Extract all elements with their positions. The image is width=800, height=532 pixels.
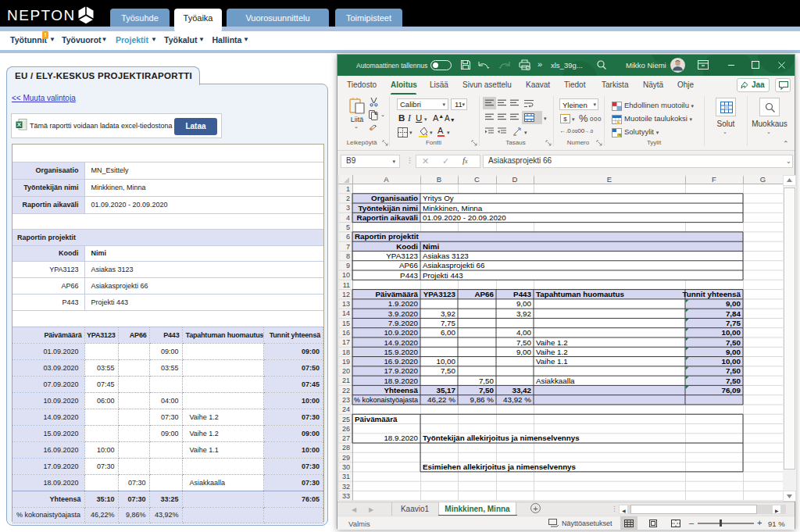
svg-text:10,00: 10,00	[721, 328, 741, 337]
svg-text:Raportin projektit: Raportin projektit	[355, 232, 419, 241]
svg-text:3: 3	[346, 204, 350, 212]
svg-text:31: 31	[342, 473, 350, 480]
svg-text:Yritys Oy: Yritys Oy	[423, 194, 454, 202]
svg-text:7,50: 7,50	[479, 377, 495, 385]
svg-text:12: 12	[342, 291, 350, 298]
svg-text:Esimiehen allekirjoitus ja nim: Esimiehen allekirjoitus ja nimenselvenny…	[423, 462, 577, 471]
svg-text:3,92: 3,92	[441, 309, 455, 318]
svg-text:9: 9	[346, 262, 350, 270]
svg-text:F: F	[712, 175, 716, 184]
svg-text:6: 6	[346, 233, 350, 241]
svg-text:G: G	[760, 175, 766, 184]
svg-text:Asiakasprojekti 66: Asiakasprojekti 66	[423, 261, 485, 270]
svg-text:Työntekijän allekirjoitus ja n: Työntekijän allekirjoitus ja nimenselven…	[423, 434, 580, 442]
svg-text:Tunnit yhteensä: Tunnit yhteensä	[683, 290, 741, 298]
svg-text:7: 7	[346, 243, 350, 251]
svg-text:AP66: AP66	[399, 261, 419, 270]
svg-text:Asiakkaalla: Asiakkaalla	[536, 377, 575, 385]
svg-text:19: 19	[342, 358, 350, 366]
svg-text:01.09.2020 - 20.09.2020: 01.09.2020 - 20.09.2020	[423, 213, 506, 222]
svg-text:18.9.2020: 18.9.2020	[384, 377, 418, 385]
svg-text:3.9.2020: 3.9.2020	[388, 309, 419, 318]
svg-text:29: 29	[342, 454, 350, 462]
svg-text:30: 30	[342, 463, 350, 471]
svg-text:33,42: 33,42	[512, 386, 531, 395]
svg-text:Päivämäärä: Päivämäärä	[355, 415, 398, 423]
svg-text:Vaihe 1.2: Vaihe 1.2	[536, 348, 568, 356]
svg-text:X: X	[17, 121, 22, 128]
svg-text:9,00: 9,00	[726, 299, 741, 308]
svg-text:21: 21	[342, 377, 350, 384]
svg-text:7,50: 7,50	[726, 366, 741, 375]
svg-text:E: E	[607, 175, 612, 184]
svg-text:17: 17	[342, 338, 350, 346]
svg-text:22: 22	[342, 387, 350, 395]
svg-text:AP66: AP66	[474, 290, 494, 298]
svg-text:9,00: 9,00	[516, 348, 532, 356]
svg-text:4,00: 4,00	[516, 328, 532, 337]
svg-text:Asiakas 3123: Asiakas 3123	[423, 252, 469, 260]
svg-text:15: 15	[342, 320, 350, 327]
svg-text:9,86 %: 9,86 %	[470, 395, 494, 404]
svg-text:8: 8	[346, 252, 350, 260]
svg-text:7,84: 7,84	[726, 309, 741, 318]
svg-text:9,00: 9,00	[726, 348, 741, 356]
svg-text:Työntekijän nimi: Työntekijän nimi	[358, 204, 418, 212]
svg-text:1: 1	[346, 185, 350, 193]
svg-text:46,22 %: 46,22 %	[427, 395, 455, 404]
svg-text:24: 24	[342, 405, 350, 413]
svg-text:10,00: 10,00	[436, 357, 455, 366]
svg-text:7,50: 7,50	[726, 338, 741, 347]
svg-text:Koodi: Koodi	[396, 242, 418, 251]
svg-text:76,09: 76,09	[721, 386, 741, 395]
svg-text:Vaihe 1.1: Vaihe 1.1	[536, 357, 568, 366]
svg-text:23: 23	[342, 396, 350, 404]
svg-text:2: 2	[346, 195, 350, 202]
svg-text:Organisaatio: Organisaatio	[371, 194, 418, 202]
svg-text:Päivämäärä: Päivämäärä	[376, 290, 419, 298]
svg-text:Minkkinen, Minna: Minkkinen, Minna	[423, 204, 483, 212]
svg-text:7,50: 7,50	[516, 338, 532, 347]
svg-text:YPA3123: YPA3123	[386, 252, 418, 260]
svg-text:9,00: 9,00	[516, 299, 532, 308]
svg-text:10,00: 10,00	[721, 357, 741, 366]
svg-text:6,00: 6,00	[441, 328, 456, 337]
svg-text:32: 32	[342, 483, 350, 491]
svg-text:C: C	[474, 175, 480, 184]
svg-text:7,75: 7,75	[441, 319, 456, 327]
svg-text:17.9.2020: 17.9.2020	[384, 366, 418, 375]
svg-text:D: D	[512, 175, 518, 184]
svg-text:25: 25	[342, 416, 350, 423]
svg-text:3,92: 3,92	[516, 309, 531, 318]
svg-text:7.9.2020: 7.9.2020	[388, 319, 419, 327]
svg-text:1.9.2020: 1.9.2020	[388, 299, 419, 308]
svg-text:16: 16	[342, 329, 350, 337]
svg-text:YPA3123: YPA3123	[423, 290, 456, 298]
svg-text:Raportin aikaväli: Raportin aikaväli	[357, 213, 419, 222]
svg-text:A: A	[384, 175, 389, 184]
svg-text:33: 33	[342, 492, 350, 500]
svg-text:7,50: 7,50	[726, 377, 741, 385]
svg-text:7,75: 7,75	[726, 319, 741, 327]
svg-text:Projekti 443: Projekti 443	[423, 271, 463, 280]
svg-text:P443: P443	[513, 290, 531, 298]
svg-text:14.9.2020: 14.9.2020	[384, 338, 418, 347]
svg-text:Nimi: Nimi	[423, 242, 440, 251]
svg-text:P443: P443	[400, 271, 418, 280]
svg-text:11: 11	[343, 281, 350, 289]
svg-text:16.9.2020: 16.9.2020	[384, 357, 418, 366]
svg-text:7,50: 7,50	[479, 386, 495, 395]
svg-text:Tapahtuman huomautus: Tapahtuman huomautus	[536, 290, 625, 298]
svg-text:18: 18	[342, 348, 350, 356]
svg-text:10.9.2020: 10.9.2020	[384, 328, 418, 337]
svg-text:$: $	[563, 116, 567, 123]
svg-text:27: 27	[342, 434, 350, 442]
svg-text:28: 28	[342, 444, 350, 452]
svg-text:B: B	[437, 175, 441, 184]
svg-text:10: 10	[342, 271, 350, 279]
svg-text:Yhteensä: Yhteensä	[384, 386, 418, 395]
svg-text:7,50: 7,50	[441, 366, 456, 375]
svg-text:20: 20	[342, 367, 350, 375]
svg-text:43,92 %: 43,92 %	[503, 395, 531, 404]
svg-text:15.9.2020: 15.9.2020	[384, 348, 418, 356]
